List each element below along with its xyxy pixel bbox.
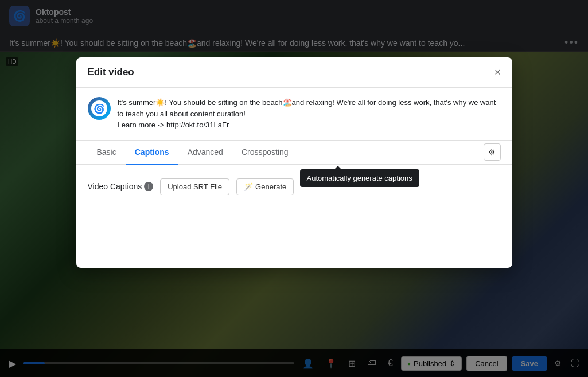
generate-button[interactable]: 🪄 Generate: [236, 178, 294, 195]
tab-advanced[interactable]: Advanced: [178, 141, 232, 165]
tab-settings-button[interactable]: ⚙: [484, 143, 501, 161]
post-preview: 🌀 It's summer☀️! You should be sitting o…: [76, 88, 512, 141]
preview-avatar: 🌀: [88, 97, 111, 120]
captions-info-icon[interactable]: i: [144, 182, 153, 191]
preview-post-text: It's summer☀️! You should be sitting on …: [118, 97, 501, 131]
tab-basic[interactable]: Basic: [88, 141, 126, 165]
modal-close-button[interactable]: ×: [494, 67, 501, 77]
captions-tab-content: Automatically generate captions Video Ca…: [76, 165, 512, 268]
captions-controls-row: Video Captions i Upload SRT File 🪄 Gener…: [88, 178, 501, 195]
preview-line2: Learn more -> http://okt.to/31LaFr: [118, 119, 501, 131]
generate-tooltip: Automatically generate captions: [300, 169, 419, 187]
modal-overlay: Edit video × 🌀 It's summer☀️! You should…: [0, 0, 588, 377]
edit-video-modal: Edit video × 🌀 It's summer☀️! You should…: [76, 57, 512, 268]
gear-icon: ⚙: [488, 147, 496, 157]
tabs-bar: Basic Captions Advanced Crossposting ⚙: [76, 141, 512, 165]
modal-title: Edit video: [88, 67, 134, 78]
generate-label: Generate: [255, 182, 286, 191]
wand-icon: 🪄: [244, 182, 253, 191]
captions-label: Video Captions i: [88, 182, 154, 191]
preview-line1: It's summer☀️! You should be sitting on …: [118, 97, 501, 119]
tab-crossposting[interactable]: Crossposting: [232, 141, 298, 165]
upload-srt-button[interactable]: Upload SRT File: [160, 178, 229, 195]
tab-captions[interactable]: Captions: [126, 141, 178, 165]
modal-header: Edit video ×: [76, 57, 512, 88]
avatar-icon: 🌀: [91, 100, 107, 116]
